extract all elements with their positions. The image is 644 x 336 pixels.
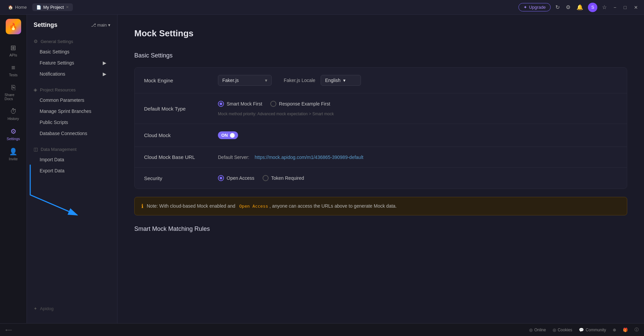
titlebar: 🏠 Home 📄 My Project ✕ ✦ Upgrade ↻ ⚙ 🔔 S …: [0, 0, 644, 15]
url-server-label: Default Server:: [218, 155, 249, 160]
mock-engine-select[interactable]: Faker.js ▾: [218, 75, 272, 86]
cloud-mock-row: Cloud Mock ON: [135, 124, 627, 147]
sidebar-item-history[interactable]: ⏱ History: [3, 105, 24, 123]
tests-icon: ≡: [11, 64, 15, 72]
upgrade-icon: ✦: [523, 5, 527, 10]
mock-type-options: Smart Mock First Response Example First: [218, 101, 334, 107]
notifications-icon[interactable]: 🔔: [575, 3, 585, 12]
radio-smart-first-circle: [218, 101, 224, 107]
sidebar-item-invite[interactable]: 👤 Invite: [3, 145, 24, 164]
note-text-container: Note: With cloud-based Mock enabled and …: [147, 203, 397, 210]
mock-engine-chevron: ▾: [265, 78, 267, 83]
branch-icon: ⎇: [91, 23, 96, 28]
share-docs-icon: ⎘: [11, 84, 15, 91]
nav-basic-settings[interactable]: Basic Settings: [30, 46, 114, 57]
tab-home[interactable]: 🏠 Home: [4, 3, 31, 11]
sidebar-item-share-docs[interactable]: ⎘ Share Docs: [3, 81, 24, 103]
nav-db-connections[interactable]: Database Connections: [30, 128, 114, 139]
radio-open-access-circle: [218, 175, 224, 181]
sidebar-item-settings[interactable]: ⚙ Settings: [3, 125, 24, 143]
nav-feature-settings[interactable]: Feature Settings ▶: [30, 57, 114, 68]
apis-icon: ⊞: [10, 44, 16, 52]
nav-notifications[interactable]: Notifications ▶: [30, 69, 114, 79]
settings-nav-icon: ⚙: [10, 127, 16, 135]
cookies-item[interactable]: ◎ Cookies: [553, 328, 572, 332]
default-mock-type-label: Default Mock Type: [144, 106, 211, 112]
cookies-icon: ◎: [553, 328, 556, 332]
minimize-button[interactable]: −: [611, 4, 618, 11]
toggle-knob: [230, 133, 235, 138]
branch-chevron: ▾: [108, 23, 110, 28]
tab-close-button[interactable]: ✕: [66, 5, 69, 9]
basic-settings-card: Mock Engine Faker.js ▾ Faker.js Locale E…: [134, 67, 627, 189]
nav-public-scripts[interactable]: Public Scripts: [30, 117, 114, 128]
sidebar-item-apis[interactable]: ⊞ APIs: [3, 41, 24, 60]
nav-sprint-branches[interactable]: Manage Sprint Branches: [30, 106, 114, 117]
radio-open-access[interactable]: Open Access: [218, 175, 255, 181]
basic-settings-section-title: Basic Settings: [134, 52, 627, 59]
project-icon: 📄: [36, 5, 41, 10]
cloud-mock-url-label: Cloud Mock Base URL: [144, 154, 211, 160]
note-icon: ℹ: [141, 203, 143, 209]
nav-common-params[interactable]: Common Parameters: [30, 95, 114, 106]
home-icon: 🏠: [8, 5, 13, 10]
maximize-button[interactable]: □: [622, 4, 629, 11]
note-box: ℹ Note: With cloud-based Mock enabled an…: [134, 197, 627, 215]
tab-my-project[interactable]: 📄 My Project ✕: [32, 3, 73, 11]
radio-token-required[interactable]: Token Required: [263, 175, 304, 181]
smart-mock-title: Smart Mock Matching Rules: [134, 225, 627, 233]
data-management-section: ◫ Data Management Import Data Export Dat…: [27, 142, 117, 179]
default-mock-type-content: Smart Mock First Response Example First …: [218, 101, 617, 116]
logo-icon: 🔥: [9, 23, 17, 31]
cloud-mock-toggle[interactable]: ON: [218, 131, 238, 139]
cloud-mock-url-content: Default Server: https://mock.apidog.com/…: [218, 155, 617, 160]
mock-engine-label: Mock Engine: [144, 78, 211, 83]
general-settings-section: ⚙ General Settings Basic Settings Featur…: [27, 34, 117, 82]
mock-engine-content: Faker.js ▾ Faker.js Locale English ▾: [218, 75, 617, 86]
collapse-icon[interactable]: ⟵: [5, 327, 12, 333]
radio-token-required-circle: [263, 175, 269, 181]
nav-import-data[interactable]: Import Data: [30, 154, 114, 165]
shirt-icon[interactable]: 🎁: [623, 328, 628, 332]
locale-chevron: ▾: [343, 78, 346, 83]
history-icon: ⏱: [10, 108, 17, 115]
radio-smart-first[interactable]: Smart Mock First: [218, 101, 262, 107]
online-status[interactable]: ◎ Online: [529, 328, 546, 332]
note-highlight: Open Access: [239, 204, 268, 209]
nav-export-data[interactable]: Export Data: [30, 165, 114, 176]
avatar[interactable]: S: [588, 3, 597, 12]
feature-settings-arrow: ▶: [103, 60, 106, 66]
data-management-icon: ◫: [34, 146, 38, 152]
page-title: Mock Settings: [134, 28, 627, 39]
radio-response-first[interactable]: Response Example First: [270, 101, 330, 107]
bottom-bar: ⟵ ◎ Online ◎ Cookies 💬 Community ⊕ 🎁 ⓘ: [0, 323, 644, 336]
apidog-logo-small: ✦: [34, 306, 37, 311]
security-label: Security: [144, 175, 211, 181]
close-window-button[interactable]: ✕: [632, 4, 640, 11]
community-item[interactable]: 💬 Community: [579, 328, 606, 332]
general-settings-header: ⚙ General Settings: [27, 37, 117, 46]
sidebar-item-tests[interactable]: ≡ Tests: [3, 61, 24, 80]
notifications-arrow: ▶: [103, 71, 106, 77]
bottom-right: ◎ Online ◎ Cookies 💬 Community ⊕ 🎁 ⓘ: [529, 327, 639, 333]
app-body: 🔥 ⊞ APIs ≡ Tests ⎘ Share Docs ⏱ History …: [0, 15, 644, 323]
refresh-icon[interactable]: ↻: [554, 3, 561, 12]
security-row: Security Open Access Token Required: [135, 168, 627, 188]
titlebar-tabs: 🏠 Home 📄 My Project ✕: [4, 3, 516, 11]
faker-locale-label: Faker.js Locale: [284, 78, 315, 83]
security-content: Open Access Token Required: [218, 175, 617, 181]
titlebar-actions: ✦ Upgrade ↻ ⚙ 🔔 S ☆ − □ ✕: [518, 3, 640, 12]
upgrade-button[interactable]: ✦ Upgrade: [518, 3, 551, 11]
settings-icon[interactable]: ⚙: [564, 3, 572, 12]
bottom-left: ⟵: [5, 327, 12, 333]
cloud-mock-label: Cloud Mock: [144, 132, 211, 138]
bookmark-icon[interactable]: ☆: [601, 3, 608, 12]
branch-selector[interactable]: ⎇ main ▾: [91, 23, 110, 28]
main-content: Mock Settings Basic Settings Mock Engine…: [118, 15, 644, 323]
cloud-mock-content: ON: [218, 131, 617, 139]
cloud-mock-url-row: Cloud Mock Base URL Default Server: http…: [135, 147, 627, 168]
plus-icon[interactable]: ⊕: [613, 328, 616, 332]
default-mock-type-row: Default Mock Type Smart Mock First Respo…: [135, 93, 627, 124]
info-icon[interactable]: ⓘ: [635, 327, 639, 333]
faker-locale-select[interactable]: English ▾: [321, 75, 361, 86]
